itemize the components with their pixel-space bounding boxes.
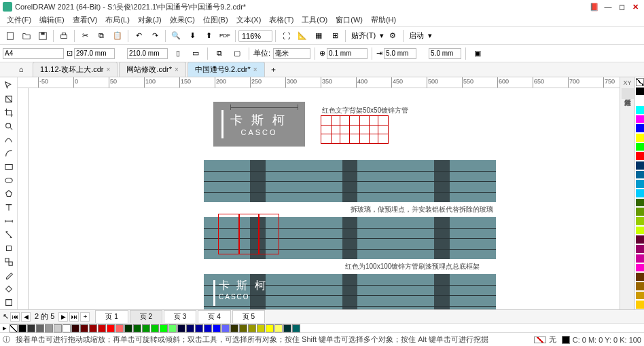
page-tab[interactable]: 页 5 <box>232 310 265 324</box>
open-button[interactable] <box>19 28 34 43</box>
color-swatch[interactable] <box>221 324 230 332</box>
export-button[interactable]: ⬆ <box>201 28 216 43</box>
page-tab[interactable]: 页 3 <box>164 310 196 324</box>
last-page-button[interactable]: ⏭ <box>69 312 79 322</box>
treat-as-filled-button[interactable]: ▣ <box>470 46 485 61</box>
palette-menu-icon[interactable]: ▸ <box>3 324 7 332</box>
color-swatch[interactable] <box>636 264 644 272</box>
polygon-tool[interactable] <box>1 187 16 200</box>
color-swatch[interactable] <box>636 245 644 253</box>
menu-item[interactable]: 文件(F) <box>3 14 35 26</box>
fill-tool[interactable] <box>1 282 16 295</box>
color-swatch[interactable] <box>636 273 644 281</box>
color-swatch[interactable] <box>636 88 644 96</box>
color-swatch[interactable] <box>133 324 141 332</box>
color-swatch[interactable] <box>186 324 194 332</box>
color-swatch[interactable] <box>636 152 644 160</box>
page-height-input[interactable] <box>127 48 168 59</box>
import-button[interactable]: ⬇ <box>185 28 200 43</box>
snap-dropdown[interactable]: 贴齐(T) <box>348 31 378 41</box>
fullscreen-button[interactable]: ⛶ <box>279 28 293 43</box>
minimize-button[interactable]: — <box>602 2 614 12</box>
new-button[interactable] <box>3 28 18 43</box>
menu-item[interactable]: 帮助(H) <box>367 14 400 26</box>
color-swatch[interactable] <box>98 324 106 332</box>
color-swatch[interactable] <box>636 189 644 197</box>
zoom-input[interactable] <box>238 30 272 42</box>
no-color-swatch[interactable] <box>636 78 644 86</box>
next-page-button[interactable]: ▶ <box>58 312 68 322</box>
color-swatch[interactable] <box>636 235 644 244</box>
menu-item[interactable]: 查看(V) <box>69 14 102 26</box>
canvas[interactable]: 卡 斯 柯 CASCO 红色文字背架50x50镀锌方管 拆玻璃，做预埋点，并安装… <box>29 88 620 309</box>
color-swatch[interactable] <box>257 324 265 332</box>
color-swatch[interactable] <box>636 254 644 263</box>
color-swatch[interactable] <box>142 324 150 332</box>
add-page-button[interactable]: ＋ <box>80 312 90 322</box>
zoom-tool[interactable] <box>1 119 16 132</box>
paste-button[interactable]: 📋 <box>110 28 125 43</box>
color-swatch[interactable] <box>636 282 644 290</box>
color-eyedropper-tool[interactable] <box>1 269 16 282</box>
color-swatch[interactable] <box>168 324 177 332</box>
close-tab-icon[interactable]: × <box>107 66 111 73</box>
maximize-button[interactable]: ◻ <box>615 2 628 12</box>
no-color-swatch-h[interactable] <box>10 324 18 332</box>
freehand-tool[interactable] <box>1 133 16 146</box>
rulers-button[interactable]: 📐 <box>295 28 310 43</box>
unit-dropdown[interactable] <box>273 48 310 59</box>
color-swatch[interactable] <box>636 301 644 309</box>
ellipse-tool[interactable] <box>1 174 16 187</box>
document-tab[interactable]: 中国通号9.2.cdr*× <box>187 62 265 77</box>
properties-panel-tab[interactable]: 对象属性 <box>622 88 634 99</box>
vertical-ruler[interactable] <box>18 88 29 309</box>
page-tab[interactable]: 页 4 <box>198 310 230 324</box>
copy-button[interactable]: ⧉ <box>94 28 109 43</box>
text-tool[interactable] <box>1 201 16 214</box>
rectangle-tool[interactable] <box>1 160 16 173</box>
color-swatch[interactable] <box>230 324 238 332</box>
paper-size-dropdown[interactable] <box>3 48 64 59</box>
launch-dropdown[interactable]: 启动 <box>406 31 427 41</box>
outline-tool[interactable] <box>1 296 16 309</box>
color-swatch[interactable] <box>636 227 644 235</box>
redo-button[interactable]: ↷ <box>147 28 162 43</box>
color-swatch[interactable] <box>636 180 644 188</box>
first-page-button[interactable]: ⏮ <box>10 312 20 322</box>
color-swatch[interactable] <box>636 171 644 179</box>
prev-page-button[interactable]: ◀ <box>21 312 31 322</box>
home-icon[interactable]: ⌂ <box>14 62 29 77</box>
color-swatch[interactable] <box>54 324 62 332</box>
color-swatch[interactable] <box>636 217 644 225</box>
menu-item[interactable]: 对象(J) <box>134 14 166 26</box>
fill-indicator[interactable]: 无 <box>534 334 556 345</box>
transparency-tool[interactable] <box>1 255 16 268</box>
print-button[interactable] <box>56 28 71 43</box>
color-swatch[interactable] <box>177 324 185 332</box>
add-tab-button[interactable]: ＋ <box>266 62 281 77</box>
document-tab[interactable]: 网站修改.cdr*× <box>119 62 185 77</box>
guides-button[interactable]: ⊞ <box>327 28 342 43</box>
ad-icon[interactable]: 📕 <box>588 2 601 12</box>
outline-indicator[interactable]: C: 0 M: 0 Y: 0 K: 100 <box>562 336 641 344</box>
color-swatch[interactable] <box>283 324 291 332</box>
undo-button[interactable]: ↶ <box>131 28 146 43</box>
close-button[interactable]: ✕ <box>629 2 641 12</box>
facade-1[interactable] <box>204 160 496 202</box>
save-button[interactable] <box>35 28 50 43</box>
artistic-media-tool[interactable] <box>1 147 16 159</box>
grid-button[interactable]: ▦ <box>311 28 326 43</box>
dup-x-input[interactable] <box>384 48 416 59</box>
color-swatch[interactable] <box>636 292 644 300</box>
color-swatch[interactable] <box>274 324 283 332</box>
color-swatch[interactable] <box>71 324 79 332</box>
parallel-dim-tool[interactable] <box>1 214 16 227</box>
casco-logo-graphic[interactable]: 卡 斯 柯 CASCO <box>213 102 305 147</box>
page-width-input[interactable] <box>74 48 115 59</box>
color-swatch[interactable] <box>36 324 44 332</box>
red-frame-overlay[interactable] <box>218 214 279 254</box>
color-swatch[interactable] <box>195 324 203 332</box>
connector-tool[interactable] <box>1 228 16 241</box>
color-swatch[interactable] <box>62 324 71 332</box>
color-swatch[interactable] <box>292 324 300 332</box>
